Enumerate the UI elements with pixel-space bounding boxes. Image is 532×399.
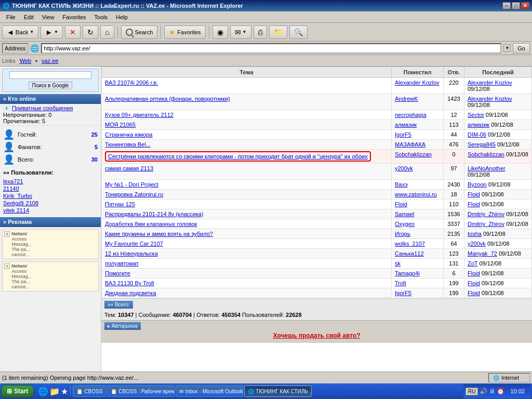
highlighted-topic-link[interactable]: Сестрёнки развлекаются со своими клитора… <box>105 151 371 162</box>
stop-button[interactable]: ✕ <box>65 25 81 39</box>
author-link[interactable]: Tamago4i <box>395 270 420 276</box>
user-21140[interactable]: 21140 <box>3 185 98 192</box>
author-link[interactable]: IgorF5 <box>395 290 411 296</box>
last-user-link[interactable]: Floid <box>468 201 480 207</box>
go-button[interactable]: Go <box>513 43 530 54</box>
menu-view[interactable]: View <box>38 13 59 21</box>
taskbar-cboss-time[interactable]: 📋 CBOSS : Рабочее время... <box>107 385 175 397</box>
mail-button[interactable]: ✉ ▼ <box>230 25 251 39</box>
topic-link[interactable]: Тюнинговка Bel... <box>105 141 151 148</box>
maximize-button[interactable]: □ <box>512 2 520 9</box>
last-user-link[interactable]: Manyak_72 <box>468 250 497 257</box>
menu-file[interactable]: File <box>2 13 20 21</box>
user-kirik-turbo[interactable]: Kirik_Turbo <box>3 192 98 200</box>
user-lexa721[interactable]: lexa721 <box>3 178 98 185</box>
search-button[interactable]: Search <box>121 25 158 39</box>
author-link[interactable]: Oxygen <box>395 221 415 227</box>
user-serega[interactable]: Serёg@ 2108 <box>3 200 98 207</box>
topic-link[interactable]: МОЯ 21065 <box>105 122 136 128</box>
last-user-link[interactable]: tosha <box>468 231 482 237</box>
author-link[interactable]: алмазик <box>395 122 417 128</box>
topic-link[interactable]: ВАЗ 21074і 2006 г.в. <box>105 79 158 86</box>
google-search-input[interactable] <box>9 71 91 79</box>
menu-tools[interactable]: Tools <box>90 13 112 21</box>
print-button[interactable]: ⎙ <box>254 25 267 39</box>
taskbar-cboss[interactable]: 📋 CBOSS <box>73 385 106 397</box>
topic-link[interactable]: Распредвалы 2101-214 8v (классика) <box>105 211 204 217</box>
topic-link[interactable]: My Favourite Car 2107 <box>105 241 163 247</box>
author-link[interactable]: Санька112 <box>395 250 424 257</box>
last-user-link[interactable]: Floid <box>468 280 480 286</box>
author-link[interactable]: Trofi <box>395 280 406 286</box>
last-user-link[interactable]: LikeNoAnother <box>468 165 506 171</box>
author-link[interactable]: Игорь <box>395 231 410 237</box>
links-vazee[interactable]: vaz.ee <box>42 58 58 64</box>
author-link[interactable]: Alexander Kozlov <box>395 79 440 86</box>
taskbar-tuning[interactable]: 🌐 ТЮНИНГ КАК СТИЛЬ ... <box>244 385 312 397</box>
author-link[interactable]: y200vk <box>395 165 413 171</box>
start-button[interactable]: ⊞ Start <box>1 385 34 397</box>
topic-link[interactable]: ВАЗ 21130 By Trofi <box>105 280 154 286</box>
author-link[interactable]: Вахэ <box>395 181 408 188</box>
author-link[interactable]: wolks_2107 <box>395 241 425 247</box>
ql-folder[interactable]: 📁 <box>49 387 60 396</box>
back-button[interactable]: ◄ Back ▼ <box>2 25 38 39</box>
media-button[interactable]: ◉ <box>212 25 228 39</box>
last-user-link[interactable]: Dmitriy_Zhirov <box>468 211 504 217</box>
last-user-link[interactable]: Sector <box>468 112 484 118</box>
google-search-button[interactable]: Поиск в Google <box>29 82 73 89</box>
last-user-link[interactable]: Alexander Kozlov <box>468 79 512 86</box>
topic-link[interactable]: Пятнах 125 <box>105 201 135 207</box>
author-link[interactable]: necrophagia <box>395 112 427 118</box>
close-button[interactable]: ✕ <box>521 2 529 9</box>
topic-link[interactable]: самая самая 2113 <box>105 165 153 171</box>
last-user-link[interactable]: Alexander Kozlov <box>468 96 512 102</box>
ad1-close[interactable]: X <box>4 231 10 237</box>
forward-button[interactable]: ► ▼ <box>41 25 63 39</box>
menu-edit[interactable]: Edit <box>20 13 38 21</box>
topic-link[interactable]: Альтернативная оптика (фонари, поворотни… <box>105 96 230 102</box>
last-user-link[interactable]: Floid <box>468 191 480 197</box>
links-web[interactable]: Web <box>20 58 31 64</box>
last-user-link[interactable]: Floid <box>468 290 480 296</box>
menu-help[interactable]: Help <box>112 13 132 21</box>
topic-link[interactable]: Помогите <box>105 270 130 276</box>
topic-link[interactable]: 12 из Новоуральска <box>105 250 158 257</box>
folder-button[interactable]: 📁 <box>269 25 287 39</box>
ad2-close[interactable]: X <box>4 263 10 269</box>
author-link[interactable]: Sobchaklizzan <box>395 151 432 157</box>
author-link[interactable]: www.zatonirui.ru <box>395 191 437 197</box>
ql-ie[interactable]: 🌐 <box>38 387 48 396</box>
topic-link[interactable]: Страничка юмора <box>105 131 152 138</box>
last-user-link[interactable]: Byzoon <box>468 181 487 188</box>
author-link[interactable]: sk <box>395 260 401 267</box>
avtorynok-header[interactable]: ▸ Авторынок <box>104 322 141 330</box>
topic-link[interactable]: Какие пружины и аммо взять на зубило? <box>105 231 213 237</box>
last-user-link[interactable]: DIM-06 <box>468 131 486 138</box>
zoom-button[interactable]: 🔍 <box>289 25 308 39</box>
address-dropdown-icon[interactable]: ▼ <box>503 44 511 52</box>
last-user-link[interactable]: Floid <box>468 270 480 276</box>
topic-link[interactable]: Кузов 09+ двигатель 2112 <box>105 112 174 118</box>
refresh-button[interactable]: ↻ <box>83 25 98 39</box>
author-link[interactable]: Samael <box>395 211 414 217</box>
taskbar-inbox[interactable]: ✉ Inbox - Microsoft Outlook <box>176 385 243 397</box>
author-link[interactable]: Floid <box>395 201 407 207</box>
last-user-link[interactable]: Dmitriy_Zhirov <box>468 221 504 227</box>
favorites-button[interactable]: ★ Favorites <box>164 25 205 39</box>
topic-link[interactable]: My №1 - Dori Project <box>105 181 158 188</box>
address-input[interactable] <box>41 43 501 54</box>
messages-link[interactable]: Приватные сообщения <box>12 105 73 111</box>
minimize-button[interactable]: − <box>502 2 511 9</box>
topic-link[interactable]: Тонировка Zatonirui.ru <box>105 191 163 197</box>
last-user-link[interactable]: ZoT <box>468 260 477 267</box>
topic-link[interactable]: полуавтомат <box>105 260 139 267</box>
user-vitek[interactable]: vitek 2114 <box>3 207 98 214</box>
last-user-link[interactable]: y200vk <box>468 241 486 247</box>
author-link[interactable]: МАЗАФАКА <box>395 141 425 148</box>
topic-link[interactable]: Диодная подсветка <box>105 290 156 296</box>
home-button[interactable]: ⌂ <box>100 25 114 39</box>
author-link[interactable]: IgorF5 <box>395 131 411 138</box>
topic-link[interactable]: Доработка 8ми клапанных головок <box>105 221 197 227</box>
author-link[interactable]: AndrewK <box>395 96 418 102</box>
